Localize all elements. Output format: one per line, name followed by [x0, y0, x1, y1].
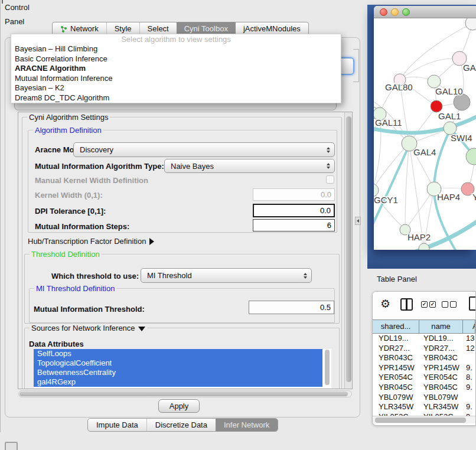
tab-impute-data[interactable]: Impute Data	[88, 419, 146, 431]
network-node-label: GCY1	[374, 195, 398, 205]
tab-jactivemnodules[interactable]: jActiveMNodules	[236, 22, 308, 35]
table-row[interactable]: YBR045CYBR045C9.	[373, 383, 475, 393]
table-cell[interactable]: YBR045C	[419, 383, 463, 393]
algorithm-option[interactable]: Dream8 DC_TDC Algorithm	[11, 93, 341, 103]
network-edge[interactable]	[405, 189, 434, 230]
kernel-width-input[interactable]	[253, 188, 335, 201]
attribute-list-item[interactable]: TopologicalCoefficient	[34, 358, 322, 368]
algorithm-option[interactable]: Mutual Information Inference	[11, 74, 341, 84]
table-cell[interactable]: YDR27...	[419, 344, 463, 354]
table-row[interactable]: YDR27...YDR27...12	[373, 344, 475, 354]
table-cell[interactable]: 8.	[463, 373, 475, 383]
scrollbar-thumb[interactable]	[375, 418, 466, 423]
network-node-label: GAL	[463, 63, 476, 73]
network-node-label: GAL10	[435, 86, 463, 96]
column-header-shared-name[interactable]: shared...	[373, 320, 419, 333]
network-node-gal1[interactable]	[431, 100, 442, 112]
settings-gear-icon[interactable]: ⚙	[380, 297, 390, 311]
network-edge[interactable]	[405, 144, 409, 230]
table-cell[interactable]: YDL19...	[419, 334, 463, 344]
network-node-label: GAL1	[438, 111, 461, 121]
select-all-icon[interactable]: ✓	[421, 301, 428, 308]
column-header-name[interactable]: name	[419, 320, 463, 333]
network-window-titlebar[interactable]	[374, 6, 476, 18]
which-threshold-select[interactable]: MI Threshold	[141, 268, 312, 283]
table-horizontal-scrollbar[interactable]	[373, 416, 475, 423]
deselect-all-icon[interactable]	[450, 301, 457, 308]
tab-infer-network[interactable]: Infer Network	[216, 419, 278, 431]
hub-definition-toggle[interactable]: Hub/Transcription Factor Definition	[28, 237, 154, 246]
table-cell[interactable]: YBR043C	[419, 353, 463, 363]
table-cell[interactable]: YER054C	[419, 373, 463, 383]
table-cell[interactable]: YBR045C	[373, 383, 419, 393]
network-node[interactable]	[465, 18, 476, 30]
select-all-icon[interactable]: ✓	[429, 301, 436, 308]
table-cell[interactable]: 9.	[463, 383, 475, 393]
algorithm-option[interactable]: Bayesian – Hill Climbing	[11, 44, 341, 54]
tab-network[interactable]: Network	[53, 22, 106, 35]
deselect-all-icon[interactable]	[442, 301, 448, 308]
table-cell[interactable]: YBL079W	[373, 393, 419, 403]
table-row[interactable]: YDL19...YDL19...13	[373, 334, 475, 344]
network-node[interactable]	[419, 243, 429, 250]
apply-button[interactable]: Apply	[158, 399, 200, 413]
list-scrollbar[interactable]	[324, 350, 331, 386]
tab-cyni-toolbox[interactable]: Cyni Toolbox	[177, 22, 236, 35]
column-header-partial[interactable]: A	[463, 320, 475, 333]
network-node[interactable]	[466, 148, 476, 165]
sources-title: Sources for Network Inference	[31, 324, 135, 332]
table-row[interactable]: YER054CYER054C8.	[373, 373, 475, 383]
data-attributes-list[interactable]: SelfLoopsTopologicalCoefficientBetweenne…	[34, 349, 331, 388]
tab-style[interactable]: Style	[106, 22, 139, 35]
settings-vertical-scrollbar[interactable]	[344, 112, 352, 389]
table-cell[interactable]	[463, 353, 475, 363]
table-cell[interactable]: YLR345W	[419, 402, 463, 412]
minimize-traffic-light-icon[interactable]	[391, 8, 399, 16]
table-row[interactable]: YLR345WYLR345W9.	[373, 402, 475, 412]
split-columns-icon[interactable]	[400, 298, 413, 311]
table-cell[interactable]: 12	[463, 344, 475, 354]
table-row[interactable]: YPR145WYPR145W9.	[373, 363, 475, 373]
settings-horizontal-scrollbar[interactable]	[18, 390, 352, 397]
table-cell[interactable]: 9.	[463, 402, 475, 412]
table-cell[interactable]: 9.	[463, 363, 475, 373]
dpi-tolerance-input[interactable]	[253, 204, 335, 217]
manual-kernel-checkbox[interactable]	[326, 175, 334, 184]
scrollbar-thumb[interactable]	[19, 392, 348, 396]
mi-threshold-input[interactable]	[249, 301, 334, 314]
algorithm-option[interactable]: Bayesian – K2	[11, 83, 341, 93]
table-cell[interactable]: YDL19...	[373, 334, 419, 344]
network-node[interactable]	[454, 94, 470, 110]
zoom-traffic-light-icon[interactable]	[402, 8, 410, 16]
attribute-list-item[interactable]: BetweennessCentrality	[34, 368, 322, 377]
panel-splitter-handle[interactable]	[355, 217, 361, 225]
table-cell[interactable]: YPR145W	[373, 363, 419, 373]
table-cell[interactable]: YLR345W	[373, 402, 419, 412]
table-cell[interactable]: YBR043C	[373, 353, 419, 363]
new-document-icon[interactable]	[469, 296, 476, 311]
table-row[interactable]: YBR043CYBR043C	[373, 353, 475, 363]
network-edge[interactable]	[400, 23, 472, 80]
table-cell[interactable]: 13	[463, 334, 475, 344]
tab-select[interactable]: Select	[139, 22, 177, 35]
tab-discretize-data[interactable]: Discretize Data	[146, 419, 216, 431]
algorithm-option[interactable]: Basic Correlation Inference	[11, 54, 341, 64]
bottom-left-partial-button[interactable]	[5, 442, 18, 450]
table-cell[interactable]	[463, 393, 475, 403]
scrollbar-thumb[interactable]	[346, 116, 351, 382]
table-cell[interactable]: YBL079W	[419, 393, 463, 403]
table-cell[interactable]: YPR145W	[419, 363, 463, 373]
attribute-list-item[interactable]: gal4RGexp	[34, 377, 322, 387]
list-scrollbar-thumb[interactable]	[325, 350, 330, 385]
mi-steps-input[interactable]	[253, 219, 335, 231]
aracne-mode-select[interactable]: Discovery	[73, 142, 335, 157]
mi-type-select[interactable]: Naive Bayes	[164, 159, 335, 173]
sources-toggle[interactable]: Sources for Network Inference	[30, 324, 147, 332]
close-traffic-light-icon[interactable]	[380, 8, 387, 16]
table-cell[interactable]: YER054C	[373, 373, 419, 383]
network-svg[interactable]: GALGAL80GAL10GAL1GAL11SWI4GAL4GCY1HAP4YH…	[374, 18, 476, 250]
table-cell[interactable]: YDR27...	[373, 344, 419, 354]
table-row[interactable]: YBL079WYBL079W	[373, 393, 475, 403]
attribute-list-item[interactable]: SelfLoops	[34, 349, 322, 358]
algorithm-option[interactable]: ARACNE Algorithm	[11, 64, 341, 74]
